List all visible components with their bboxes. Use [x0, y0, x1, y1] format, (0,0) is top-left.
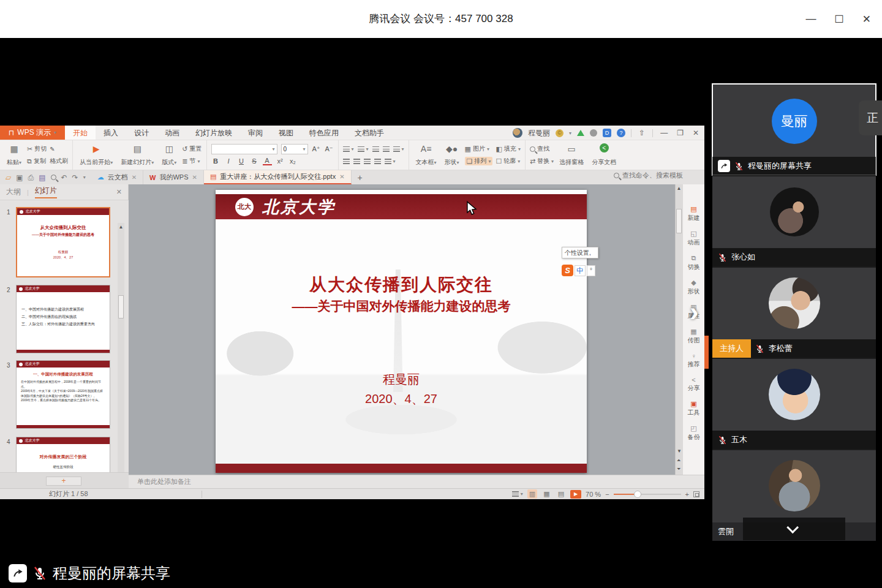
- sorter-view-button[interactable]: ▦: [541, 489, 551, 499]
- bold-button[interactable]: B: [211, 157, 221, 165]
- textbox-button[interactable]: A≡ 文本框▾: [413, 142, 439, 168]
- tab-my-wps[interactable]: W 我的WPS✕: [143, 170, 204, 184]
- copy-button[interactable]: ⧉复制: [27, 157, 46, 165]
- close-icon[interactable]: ✕: [192, 174, 197, 181]
- find-button[interactable]: 查找: [530, 145, 549, 153]
- panel-scrollbar[interactable]: ▲ ▼: [118, 223, 124, 485]
- menu-tab-animation[interactable]: 动画: [157, 126, 187, 140]
- line-spacing-button[interactable]: ▾: [385, 159, 396, 164]
- notes-toggle-button[interactable]: ▾: [512, 491, 523, 497]
- save-icon[interactable]: ▣: [16, 173, 23, 182]
- slide-thumbnail-4[interactable]: 北京大学 对外传播发展的三个阶段 硬性宣传阶段: [16, 437, 110, 472]
- close-icon[interactable]: ✕: [862, 13, 871, 26]
- tab-slides[interactable]: 幻灯片: [35, 186, 57, 198]
- underline-button[interactable]: U: [237, 157, 246, 165]
- cut-button[interactable]: ✂剪切: [27, 145, 47, 153]
- slide-thumbnail-2[interactable]: 北京大学 一、中国对外传播能力建设的发展历程 二、中国对外传播面临的现实挑战 三…: [16, 285, 110, 353]
- account-name[interactable]: 程曼丽: [528, 128, 550, 138]
- tab-cloud-docs[interactable]: ☁ 云文档✕: [91, 170, 143, 184]
- font-color-button[interactable]: A: [263, 157, 272, 165]
- slide-thumbnail-1[interactable]: 北京大学 从大众传播到人际交往 ——关于中国对外传播能力建设的思考 程曼丽 20…: [16, 207, 110, 277]
- ime-lang-toggle[interactable]: 中: [575, 265, 586, 276]
- zoom-slider[interactable]: [614, 494, 681, 495]
- notes-bar[interactable]: 单击此处添加备注: [129, 475, 704, 488]
- strike-button[interactable]: S: [250, 157, 259, 165]
- new-tab-button[interactable]: +: [352, 170, 369, 184]
- shrink-font-icon[interactable]: A⁻: [325, 145, 334, 153]
- font-name-combo[interactable]: ▾: [211, 144, 277, 154]
- menu-tab-design[interactable]: 设计: [126, 126, 157, 140]
- participant-tile-sharing[interactable]: 曼丽 程曼丽的屏幕共享: [712, 84, 876, 175]
- fit-window-icon[interactable]: [693, 491, 699, 497]
- play-button[interactable]: ▶: [570, 490, 581, 499]
- maximize-icon[interactable]: ☐: [835, 13, 844, 26]
- cloud-sync-icon[interactable]: [577, 130, 584, 136]
- help-icon[interactable]: ?: [617, 129, 625, 137]
- close-icon[interactable]: ✕: [132, 174, 137, 181]
- reset-button[interactable]: ↺重置: [182, 145, 202, 153]
- numbering-button[interactable]: ▾: [358, 146, 369, 152]
- current-slide[interactable]: 北大 北京大学 从大众传播到人际交往 ——关于中国对外传播能力建设的思考 程曼丽…: [216, 190, 587, 473]
- print-icon[interactable]: ▤: [39, 173, 45, 182]
- picture-button[interactable]: ▦图片▾: [465, 145, 489, 153]
- tab-outline[interactable]: 大纲: [6, 187, 21, 197]
- close-icon[interactable]: ✕: [339, 173, 344, 180]
- participant-tile[interactable]: 五木: [712, 358, 876, 449]
- ribbon-collapse-icon[interactable]: ⇧: [637, 129, 647, 137]
- fill-button[interactable]: ◧填充▾: [496, 145, 520, 153]
- align-left-button[interactable]: [343, 159, 350, 164]
- tab-presentation[interactable]: ▤ 重大讲座：从大众传播到人际交往.pptx✕: [204, 170, 352, 184]
- chevron-down-icon[interactable]: ▾: [83, 175, 86, 180]
- share-doc-button[interactable]: < 分享文档: [589, 142, 619, 168]
- menu-tab-view[interactable]: 视图: [271, 126, 301, 140]
- arrange-button[interactable]: ❏排列▾: [465, 157, 493, 165]
- normal-view-button[interactable]: ▥: [527, 489, 537, 499]
- collapse-panel-button[interactable]: [743, 518, 845, 540]
- format-painter-button[interactable]: 格式刷: [50, 157, 68, 165]
- docer-icon[interactable]: D: [603, 129, 611, 137]
- grow-font-icon[interactable]: A⁺: [312, 145, 321, 153]
- command-search[interactable]: [614, 172, 701, 179]
- tool-animation[interactable]: ◱动画: [688, 230, 700, 247]
- tool-share[interactable]: <分享: [688, 376, 700, 393]
- subscript-button[interactable]: x₂: [288, 157, 298, 165]
- scroll-up-icon[interactable]: ▲: [118, 224, 124, 230]
- export-icon[interactable]: ⎙: [28, 173, 34, 182]
- selection-pane-button[interactable]: ▭ 选择窗格: [557, 142, 586, 168]
- tool-transition[interactable]: ⧉切换: [688, 254, 700, 271]
- zoom-in-button[interactable]: +: [685, 491, 689, 498]
- align-right-button[interactable]: [364, 159, 371, 164]
- slide-canvas[interactable]: 北大 北京大学 从大众传播到人际交往 ——关于中国对外传播能力建设的思考 程曼丽…: [129, 184, 675, 475]
- section-button[interactable]: ≣节▾: [182, 157, 200, 165]
- new-slide-button[interactable]: ▤ 新建幻灯片▾: [118, 142, 156, 168]
- increase-indent-button[interactable]: [383, 146, 390, 152]
- menu-tab-assistant[interactable]: 文档助手: [347, 126, 392, 140]
- paste-button[interactable]: ▦ 粘贴▾: [4, 142, 24, 168]
- participant-tile-host[interactable]: 主持人 李松蕾: [712, 266, 876, 358]
- print-preview-icon[interactable]: [51, 175, 56, 180]
- redo-icon[interactable]: ↷: [72, 173, 78, 182]
- bullets-button[interactable]: ▾: [343, 146, 354, 152]
- menu-tab-home[interactable]: 开始: [65, 126, 96, 140]
- ime-punct-toggle[interactable]: °: [587, 265, 595, 276]
- slide-thumbnail-3[interactable]: 北京大学 一、中国对外传播建设的发展历程 在中国对外传播的发展历程中，2008年…: [16, 360, 110, 429]
- close-panel-icon[interactable]: ✕: [116, 188, 122, 196]
- reading-view-button[interactable]: ▤: [556, 489, 566, 499]
- open-icon[interactable]: ▱: [6, 173, 11, 182]
- align-center-button[interactable]: [353, 159, 360, 164]
- menu-tab-review[interactable]: 审阅: [240, 126, 271, 140]
- ime-toolbar[interactable]: S 中 °: [562, 265, 595, 276]
- decrease-indent-button[interactable]: [372, 146, 379, 152]
- justify-button[interactable]: [374, 159, 381, 164]
- status-dot-icon[interactable]: [590, 129, 597, 137]
- menu-tab-special[interactable]: 特色应用: [301, 126, 347, 140]
- expand-chevron-icon[interactable]: ›: [690, 296, 699, 327]
- font-size-combo[interactable]: 0▾: [281, 144, 308, 154]
- tool-toolbox[interactable]: ▣工具: [688, 400, 700, 417]
- scrollbar-thumb[interactable]: [118, 295, 124, 318]
- wps-app-button[interactable]: ⊓ WPS 演示 ▾: [0, 126, 65, 140]
- tool-backup[interactable]: ◰备份: [688, 424, 700, 442]
- add-slide-button[interactable]: +: [46, 477, 81, 486]
- char-spacing-button[interactable]: ▾: [393, 146, 404, 152]
- account-avatar[interactable]: [513, 128, 522, 138]
